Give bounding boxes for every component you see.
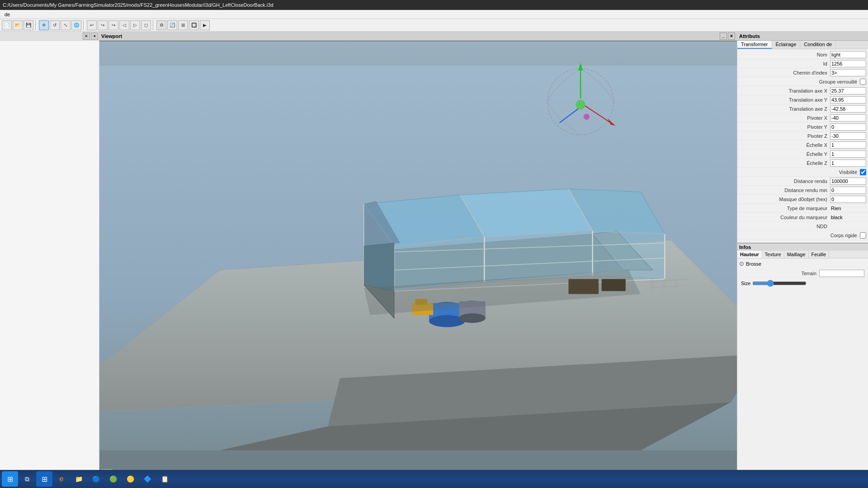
taskbar-app-6[interactable]: 🟡 [122, 471, 138, 487]
viewport-close[interactable]: ✕ [728, 33, 735, 40]
trans-y-input[interactable] [830, 96, 866, 103]
taskbar-app-8[interactable]: 📋 [156, 471, 173, 487]
chemin-input[interactable] [830, 69, 866, 76]
groupe-checkbox[interactable] [860, 79, 866, 85]
corps-rigide-label: Corps rigide [739, 233, 860, 238]
id-row: Id [737, 59, 868, 68]
taskbar-app-3[interactable]: 📁 [71, 471, 87, 487]
undo-button[interactable]: ↩ [87, 20, 97, 30]
echelle-z-input[interactable] [830, 160, 866, 167]
trans-x-row: Translation axe X [737, 86, 868, 95]
new-button[interactable]: 📄 [2, 20, 12, 30]
save-button[interactable]: 💾 [24, 20, 33, 30]
tab-maillage[interactable]: Maillage [784, 251, 809, 258]
terrain-input[interactable] [819, 270, 864, 277]
svg-point-53 [576, 100, 585, 109]
trans-z-input[interactable] [830, 105, 866, 113]
settings-button[interactable]: ⚙ [156, 20, 166, 30]
svg-point-35 [459, 313, 486, 323]
trans-x-label: Translation axe X [739, 88, 830, 94]
masque-input[interactable] [830, 196, 866, 203]
infos-tabs: Hauteur Texture Maillage Feuille [737, 251, 868, 258]
rotate-button[interactable]: ↺ [50, 20, 60, 30]
visibilite-checkbox[interactable] [860, 169, 866, 175]
ndd-row: NDD [737, 222, 868, 231]
ndd-label: NDD [739, 224, 830, 229]
taskbar-app-7[interactable]: 🔷 [139, 471, 156, 487]
chemin-label: Chemin d'index [739, 70, 830, 75]
separator-2 [83, 20, 85, 30]
size-slider[interactable] [752, 280, 807, 287]
scene-svg [99, 42, 737, 474]
pivot-x-row: Pivoter X [737, 113, 868, 122]
snap-button[interactable]: 🔲 [189, 20, 199, 30]
pivot-z-input[interactable] [830, 132, 866, 140]
scale-button[interactable]: ⤡ [61, 20, 71, 30]
start-button[interactable]: ⊞ [2, 471, 18, 487]
taskbar: ⊞ ⧉ ⊞ e 📁 🔵 🟢 🟡 🔷 📋 [0, 470, 868, 488]
btn-b[interactable]: ▷ [130, 20, 140, 30]
pivot-x-label: Pivoter X [739, 115, 830, 121]
btn-c[interactable]: ◻ [141, 20, 151, 30]
type-marqueur-label: Type de marqueur [739, 206, 830, 211]
id-label: Id [739, 61, 830, 66]
svg-marker-29 [364, 243, 394, 291]
svg-point-54 [584, 114, 590, 120]
taskbar-app-5[interactable]: 🟢 [105, 471, 121, 487]
echelle-x-input[interactable] [830, 141, 866, 149]
tab-feuille[interactable]: Feuille [809, 251, 829, 258]
move-button[interactable]: ✛ [39, 20, 49, 30]
tab-texture[interactable]: Texture [762, 251, 784, 258]
left-panel-settings[interactable]: ▾ [91, 33, 98, 40]
toolbar: 📄 📂 💾 ✛ ↺ ⤡ 🌐 ↩ ↪ ↪ ◁ ▷ ◻ ⚙ 🔄 ⊞ 🔲 ▶ [0, 19, 868, 32]
tab-condition[interactable]: Condition de [800, 41, 836, 49]
echelle-z-row: Échelle Z [737, 159, 868, 168]
id-input[interactable] [830, 60, 866, 67]
echelle-y-row: Échelle Y [737, 150, 868, 159]
nom-label: Nom [739, 52, 830, 57]
pivot-y-input[interactable] [830, 123, 866, 131]
couleur-marqueur-value: black [830, 215, 866, 220]
chemin-row: Chemin d'index [737, 68, 868, 77]
visibilite-label: Visibilité [739, 169, 860, 175]
couleur-marqueur-row: Couleur du marqueur black [737, 213, 868, 222]
trans-x-input[interactable] [830, 87, 866, 94]
world-button[interactable]: 🌐 [71, 20, 81, 30]
viewport[interactable]: Viewport _ ✕ Distance 129.01 Triangles 0… [99, 32, 737, 474]
play-button[interactable]: ▶ [200, 20, 210, 30]
taskview-button[interactable]: ⧉ [19, 471, 35, 487]
size-label: Size [741, 281, 750, 286]
dist-rendu-min-label: Distance rendu min [739, 188, 830, 193]
brosse-section: ⊙ Brosse Terrain Size [737, 258, 868, 291]
nom-input[interactable] [830, 51, 866, 58]
open-button[interactable]: 📂 [13, 20, 23, 30]
menubar: de [0, 10, 868, 19]
dist-rendu-label: Distance rendu [739, 178, 830, 184]
groupe-label: Groupe verrouillé [739, 79, 860, 84]
taskbar-app-1[interactable]: ⊞ [36, 471, 52, 487]
refresh-button[interactable]: 🔄 [167, 20, 177, 30]
right-panel: Attributs Transformer Éclairage Conditio… [737, 32, 868, 474]
redo-button[interactable]: ↪ [98, 20, 108, 30]
tab-transformer[interactable]: Transformer [737, 41, 772, 49]
dist-rendu-min-input[interactable] [830, 187, 866, 194]
taskbar-app-2[interactable]: e [53, 471, 70, 487]
titlebar: C:/Users/Documents/My Games/FarmingSimul… [0, 0, 868, 10]
menu-item-de[interactable]: de [2, 12, 13, 17]
tab-eclairage[interactable]: Éclairage [772, 41, 801, 49]
echelle-y-input[interactable] [830, 150, 866, 158]
corps-rigide-checkbox[interactable] [860, 232, 866, 239]
trans-y-row: Translation axe Y [737, 95, 868, 104]
redo2-button[interactable]: ↪ [108, 20, 118, 30]
pivot-x-input[interactable] [830, 114, 866, 122]
trans-z-label: Translation axe Z [739, 106, 830, 112]
btn-a[interactable]: ◁ [119, 20, 129, 30]
dist-rendu-input[interactable] [830, 178, 866, 185]
terrain-label: Terrain [741, 271, 819, 276]
taskbar-app-4[interactable]: 🔵 [88, 471, 104, 487]
echelle-x-row: Échelle X [737, 141, 868, 150]
grid-button[interactable]: ⊞ [178, 20, 188, 30]
viewport-minimize[interactable]: _ [720, 33, 727, 40]
tab-hauteur[interactable]: Hauteur [737, 251, 762, 258]
left-panel-close[interactable]: ✕ [83, 33, 90, 40]
